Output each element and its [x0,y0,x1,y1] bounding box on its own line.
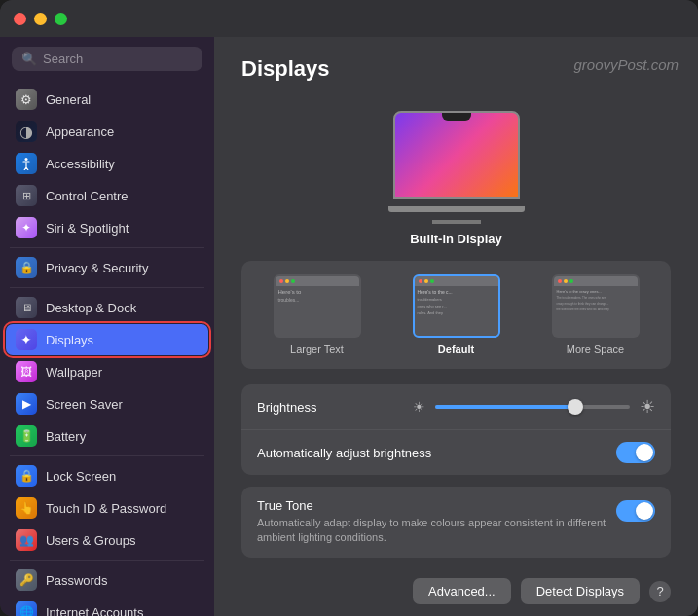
auto-brightness-label: Automatically adjust brightness [257,446,431,460]
true-tone-text: True Tone Automatically adapt display to… [257,498,607,546]
close-button[interactable] [14,13,26,25]
dot-g-3 [569,279,573,283]
bottom-bar: Advanced... Detect Displays ? [214,566,698,616]
true-tone-row: True Tone Automatically adapt display to… [241,487,671,558]
main-window: 🔍 Search ⚙ General ◑ Appearance [0,0,698,616]
sidebar-item-passwords[interactable]: 🔑 Passwords [6,564,208,596]
divider-1 [10,247,204,248]
true-tone-label: True Tone [257,498,607,513]
sidebar-item-general[interactable]: ⚙ General [6,84,208,115]
sidebar-item-battery[interactable]: 🔋 Battery [6,420,208,452]
general-icon: ⚙ [16,89,37,110]
search-icon: 🔍 [21,52,37,66]
sidebar-label-screensaver: Screen Saver [46,397,123,412]
content-area: 🔍 Search ⚙ General ◑ Appearance [0,37,698,616]
sidebar-label-wallpaper: Wallpaper [46,365,102,380]
resolution-section: Here's to troubles... Larger Text [241,261,671,369]
sidebar-list: ⚙ General ◑ Appearance Accessibility [0,81,214,616]
sidebar-label-lockscreen: Lock Screen [46,469,116,484]
title-bar [0,0,698,37]
brightness-row: Brightness ☀ ☀ [241,384,671,430]
screensaver-icon: ▶ [16,393,37,415]
watermark: groovyPost.com [573,56,679,73]
battery-icon: 🔋 [16,425,37,447]
display-preview-section: Built-in Display [241,91,671,261]
res-label-larger-text: Larger Text [290,344,344,355]
true-tone-section: True Tone Automatically adapt display to… [241,487,671,558]
dot-g-2 [430,279,434,283]
brightness-high-icon: ☀ [640,396,655,417]
dot-r-2 [419,279,422,283]
sidebar-label-users: Users & Groups [46,533,135,548]
res-label-more-space: More Space [567,344,624,355]
true-tone-sublabel: Automatically adapt display to make colo… [257,516,607,546]
sidebar-item-accessibility[interactable]: Accessibility [6,148,208,179]
maximize-button[interactable] [55,13,67,25]
dot-y-3 [564,279,568,283]
res-preview-more-space: Here's to the crazy ones... The troublem… [552,274,640,338]
sidebar-label-displays: Displays [46,333,93,347]
display-name-label: Built-in Display [410,232,502,246]
divider-3 [10,455,204,456]
res-preview-larger-text: Here's to troubles... [274,274,361,338]
displays-icon: ✦ [16,329,37,350]
monitor-graphic [393,111,520,199]
sidebar-item-screensaver[interactable]: ▶ Screen Saver [6,388,208,419]
divider-4 [10,560,204,561]
brightness-control: ☀ ☀ [413,396,655,417]
detect-displays-button[interactable]: Detect Displays [521,578,640,604]
res-option-larger-text[interactable]: Here's to troubles... Larger Text [251,274,383,355]
brightness-label: Brightness [257,400,316,415]
svg-point-0 [25,158,28,161]
sidebar-item-displays[interactable]: ✦ Displays [6,324,208,355]
res-header-3 [554,276,638,286]
auto-brightness-toggle[interactable] [616,442,655,463]
sidebar-label-desktop: Desktop & Dock [46,301,136,315]
users-icon: 👥 [16,529,37,551]
sidebar-item-appearance[interactable]: ◑ Appearance [6,116,208,147]
brightness-fill [435,405,575,409]
sidebar-item-control-centre[interactable]: ⊞ Control Centre [6,180,208,211]
dot-y-2 [424,279,428,283]
sidebar-item-internet[interactable]: 🌐 Internet Accounts [6,597,208,616]
sidebar-label-siri: Siri & Spotlight [46,221,129,236]
accessibility-icon [16,153,37,174]
brightness-low-icon: ☀ [413,399,425,415]
advanced-button[interactable]: Advanced... [413,578,511,604]
minimize-button[interactable] [34,13,47,25]
touchid-icon: 👆 [16,497,37,519]
brightness-slider[interactable] [435,405,630,409]
display-preview: Built-in Display [388,111,525,246]
help-button[interactable]: ? [649,581,671,602]
search-box[interactable]: 🔍 Search [12,47,202,71]
true-tone-toggle[interactable] [616,500,655,522]
sidebar-item-lockscreen[interactable]: 🔒 Lock Screen [6,460,208,491]
dot-r-1 [279,279,283,283]
dot-g-1 [291,279,295,283]
brightness-thumb[interactable] [568,399,583,415]
res-label-default: Default [438,344,474,355]
main-scroll-area: Built-in Display [214,91,698,566]
internet-icon: 🌐 [16,601,37,616]
res-body-1: Here's to troubles... [276,286,359,336]
search-placeholder: Search [43,52,83,66]
res-option-more-space[interactable]: Here's to the crazy ones... The troublem… [530,274,661,355]
res-body-2: Here's to the c... troublemakers ones wh… [415,286,498,336]
sidebar-label-privacy: Privacy & Security [46,261,148,275]
sidebar-label-internet: Internet Accounts [46,605,143,617]
sidebar-item-touchid[interactable]: 👆 Touch ID & Password [6,492,208,524]
sidebar-item-desktop[interactable]: 🖥 Desktop & Dock [6,292,208,323]
sidebar-item-siri[interactable]: ✦ Siri & Spotlight [6,212,208,243]
sidebar-label-passwords: Passwords [46,573,108,588]
sidebar-label-accessibility: Accessibility [46,157,115,171]
siri-icon: ✦ [16,217,37,238]
sidebar-item-users[interactable]: 👥 Users & Groups [6,525,208,556]
sidebar-item-privacy[interactable]: 🔒 Privacy & Security [6,252,208,283]
search-container: 🔍 Search [0,37,214,81]
res-option-default[interactable]: Here's to the c... troublemakers ones wh… [390,274,522,355]
auto-brightness-row: Automatically adjust brightness [241,430,671,475]
sidebar-item-wallpaper[interactable]: 🖼 Wallpaper [6,356,208,387]
dot-y-1 [285,279,289,283]
res-header-2 [415,276,498,286]
sidebar-label-appearance: Appearance [46,125,114,139]
